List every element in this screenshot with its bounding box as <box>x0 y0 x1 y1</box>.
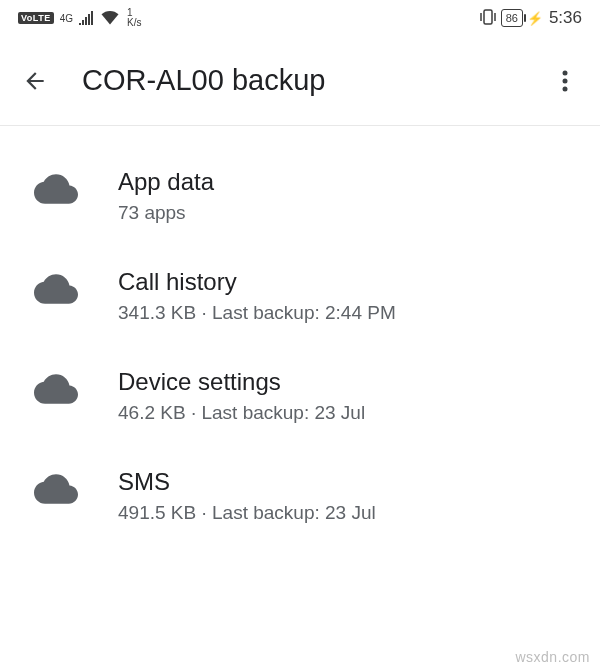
status-right: 86 ⚡ 5:36 <box>479 8 582 28</box>
cloud-icon <box>34 374 78 408</box>
overflow-menu-button[interactable] <box>552 68 578 94</box>
status-bar: VoLTE 4G 1 K/s 86 ⚡ 5:36 <box>0 0 600 36</box>
item-text: Device settings 46.2 KB · Last backup: 2… <box>118 368 365 424</box>
svg-point-3 <box>563 86 568 91</box>
wifi-icon <box>101 11 119 25</box>
item-title: App data <box>118 168 214 196</box>
svg-rect-0 <box>484 10 492 24</box>
charging-icon: ⚡ <box>527 11 543 26</box>
item-subtitle: 341.3 KB · Last backup: 2:44 PM <box>118 302 396 324</box>
status-left: VoLTE 4G 1 K/s <box>18 8 141 28</box>
item-title: Device settings <box>118 368 365 396</box>
battery-indicator: 86 <box>501 9 523 27</box>
more-vert-icon <box>562 69 568 93</box>
item-subtitle: 46.2 KB · Last backup: 23 Jul <box>118 402 365 424</box>
arrow-back-icon <box>22 68 48 94</box>
list-item-sms[interactable]: SMS 491.5 KB · Last backup: 23 Jul <box>0 446 600 546</box>
item-title: SMS <box>118 468 376 496</box>
watermark: wsxdn.com <box>515 649 590 665</box>
list-item-device-settings[interactable]: Device settings 46.2 KB · Last backup: 2… <box>0 346 600 446</box>
list-item-app-data[interactable]: App data 73 apps <box>0 146 600 246</box>
item-text: SMS 491.5 KB · Last backup: 23 Jul <box>118 468 376 524</box>
item-subtitle: 491.5 KB · Last backup: 23 Jul <box>118 502 376 524</box>
network-speed: 1 K/s <box>127 8 141 28</box>
speed-unit: K/s <box>127 18 141 28</box>
network-4g-label: 4G <box>60 13 73 24</box>
item-subtitle: 73 apps <box>118 202 214 224</box>
page-title: COR-AL00 backup <box>82 64 518 97</box>
svg-point-1 <box>563 70 568 75</box>
item-text: Call history 341.3 KB · Last backup: 2:4… <box>118 268 396 324</box>
item-title: Call history <box>118 268 396 296</box>
signal-icon <box>79 11 95 25</box>
backup-list: App data 73 apps Call history 341.3 KB ·… <box>0 126 600 546</box>
cloud-icon <box>34 474 78 508</box>
app-bar: COR-AL00 backup <box>0 36 600 126</box>
cloud-icon <box>34 274 78 308</box>
vibrate-icon <box>479 9 497 28</box>
item-text: App data 73 apps <box>118 168 214 224</box>
cloud-icon <box>34 174 78 208</box>
clock: 5:36 <box>549 8 582 28</box>
volte-badge: VoLTE <box>18 12 54 24</box>
svg-point-2 <box>563 78 568 83</box>
back-button[interactable] <box>22 68 48 94</box>
list-item-call-history[interactable]: Call history 341.3 KB · Last backup: 2:4… <box>0 246 600 346</box>
